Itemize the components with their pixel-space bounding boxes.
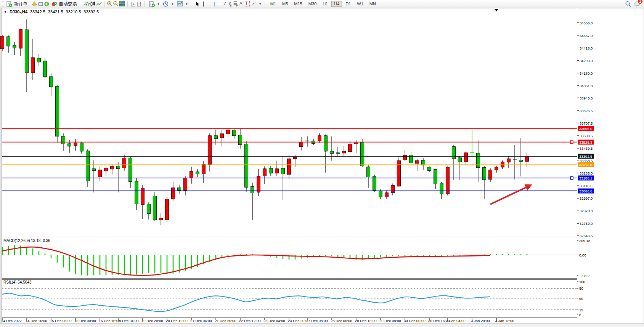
new-order-button[interactable]: 新订单: [5, 0, 29, 8]
auto-trading-icon: [51, 1, 57, 7]
ohlc-open: 33342.5: [30, 10, 45, 14]
main-toolbar: 新订单 自动交易: [0, 0, 644, 8]
line-chart-type-icon[interactable]: [96, 1, 102, 7]
rsi-pane[interactable]: [2, 279, 577, 318]
shapes-icon: [251, 1, 257, 7]
horizontal-line-tool-icon[interactable]: —: [217, 1, 222, 6]
ohlc-high: 33421.5: [48, 10, 63, 14]
notifications-icon[interactable]: 1: [634, 1, 640, 7]
macd-label: MACD(12,26,9) 13.18 -0.36: [3, 239, 50, 243]
shapes-dropdown[interactable]: ▼: [250, 0, 262, 7]
template-icon: [177, 1, 183, 7]
toolbar-grip[interactable]: [2, 2, 4, 6]
channel-tool-letter: E: [230, 4, 232, 7]
chevron-down-icon: ▼: [259, 3, 262, 5]
status-strip: [0, 323, 644, 327]
vertical-line-tool-icon[interactable]: |: [212, 1, 217, 6]
timeframe-group: M1M5M15M30H1H4D1W1MN: [266, 0, 380, 8]
template-dropdown[interactable]: ▼: [175, 0, 190, 7]
notification-badge: 1: [638, 0, 642, 4]
period-dropdown[interactable]: ▼: [161, 0, 175, 7]
chevron-down-icon: ▼: [157, 3, 160, 5]
candlestick-chart-type-icon[interactable]: [90, 1, 96, 7]
fibonacci-tool-letter: F: [236, 4, 238, 7]
trendline-tool-icon[interactable]: ∕: [222, 1, 228, 6]
auto-scroll-icon[interactable]: [130, 1, 136, 7]
timeframe-button-d1[interactable]: D1: [343, 1, 353, 7]
ohlc-low: 33210.5: [66, 10, 81, 14]
chevron-down-icon: ▼: [185, 3, 188, 5]
new-chart-dropdown[interactable]: ▼: [147, 0, 161, 7]
text-tool-icon[interactable]: A: [238, 1, 244, 6]
channel-tool-icon[interactable]: ⫽E: [228, 1, 233, 6]
label-tool-letter: T: [246, 2, 248, 6]
chart-shift-icon[interactable]: [136, 1, 142, 7]
rsi-label: RSI(14) 54.5043: [3, 280, 31, 284]
timeframe-button-h4[interactable]: H4: [331, 1, 342, 7]
timeframe-button-mn[interactable]: MN: [367, 1, 379, 7]
search-icon[interactable]: [625, 1, 631, 7]
highlighter-icon[interactable]: [31, 1, 37, 7]
auto-trading-button[interactable]: 自动交易: [50, 0, 79, 8]
zoom-out-icon[interactable]: [113, 1, 119, 7]
signal-icon[interactable]: [43, 1, 50, 7]
chart-title: ▼ DJ30-,H4 33342.5 33421.5 33210.5 33392…: [4, 10, 99, 14]
timeframe-button-m1[interactable]: M1: [268, 1, 279, 7]
timeframe-button-w1[interactable]: W1: [354, 1, 366, 7]
zoom-in-icon[interactable]: [107, 1, 113, 7]
macd-pane[interactable]: [2, 238, 577, 279]
crosshair-icon[interactable]: [201, 1, 207, 7]
chevron-down-icon: ▼: [171, 3, 174, 5]
depth-of-market-icon[interactable]: [37, 1, 43, 7]
symbol-period: DJ30-,H4: [10, 10, 27, 14]
auto-trading-label: 自动交易: [59, 1, 77, 7]
timeframe-button-m15[interactable]: M15: [291, 1, 305, 7]
new-order-label: 新订单: [14, 1, 27, 7]
new-order-icon: [6, 1, 12, 7]
price-axis-line: [577, 8, 577, 318]
collapse-icon[interactable]: ▼: [4, 10, 7, 14]
timeframe-button-m5[interactable]: M5: [279, 1, 291, 7]
timeframe-button-h1[interactable]: H1: [320, 1, 331, 7]
cursor-icon[interactable]: [194, 1, 201, 7]
tile-windows-icon[interactable]: [119, 1, 125, 7]
window-left-strip: [0, 8, 2, 323]
timeframe-button-m30[interactable]: M30: [306, 1, 319, 7]
new-chart-icon: [149, 1, 155, 7]
price-chart-pane[interactable]: [2, 8, 577, 237]
fibonacci-tool-icon[interactable]: ☰F: [233, 1, 238, 6]
label-tool-icon[interactable]: T: [244, 1, 250, 6]
bar-chart-type-icon[interactable]: [84, 1, 90, 7]
clock-icon: [163, 1, 169, 7]
ohlc-close: 33392.5: [84, 10, 99, 14]
